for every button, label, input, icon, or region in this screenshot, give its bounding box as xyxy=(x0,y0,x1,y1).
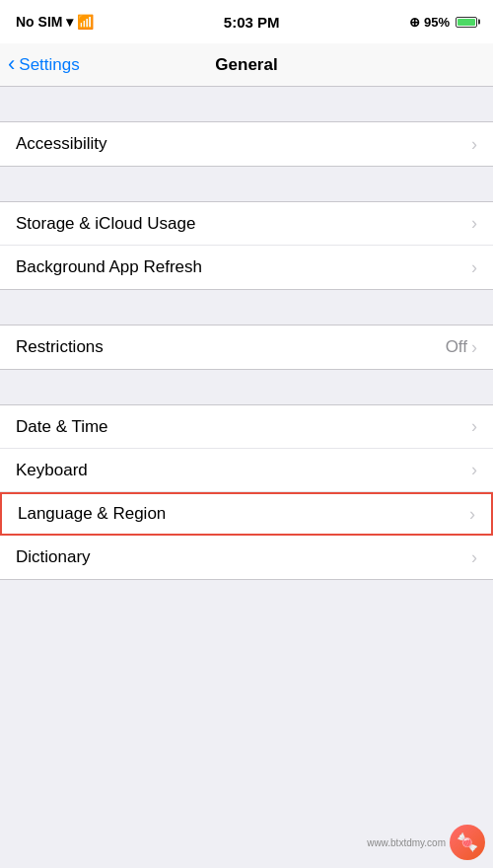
list-item[interactable]: Date & Time › xyxy=(0,405,493,449)
settings-group-1: Accessibility › xyxy=(0,121,493,167)
status-time: 5:03 PM xyxy=(224,14,280,31)
watermark-site: www.btxtdmy.com xyxy=(367,837,446,848)
list-item[interactable]: Accessibility › xyxy=(0,122,493,166)
dictionary-label: Dictionary xyxy=(16,547,91,567)
back-label: Settings xyxy=(19,55,79,75)
status-bar: No SIM ▾ 📶 5:03 PM ⊕ 95% xyxy=(0,0,493,43)
location-icon: ⊕ xyxy=(409,15,420,30)
watermark: www.btxtdmy.com 🍬 xyxy=(367,825,485,860)
list-item[interactable]: Storage & iCloud Usage › xyxy=(0,202,493,246)
item-left: Date & Time xyxy=(16,417,471,437)
list-item[interactable]: Keyboard › xyxy=(0,449,493,492)
item-right: › xyxy=(469,504,475,525)
chevron-right-icon: › xyxy=(471,416,477,437)
section-gap-3 xyxy=(0,290,493,325)
item-left: Language & Region xyxy=(18,504,469,524)
language-region-item[interactable]: Language & Region › xyxy=(0,492,493,536)
chevron-right-icon: › xyxy=(471,257,477,278)
item-left: Restrictions xyxy=(16,337,446,357)
item-left: Background App Refresh xyxy=(16,257,471,277)
chevron-right-icon: › xyxy=(469,504,475,525)
restrictions-label: Restrictions xyxy=(16,337,104,357)
settings-group-2: Storage & iCloud Usage › Background App … xyxy=(0,201,493,290)
chevron-right-icon: › xyxy=(471,134,477,155)
item-left: Storage & iCloud Usage xyxy=(16,214,471,234)
item-right: › xyxy=(471,257,477,278)
restrictions-value: Off xyxy=(446,337,467,357)
chevron-right-icon: › xyxy=(471,460,477,480)
item-left: Keyboard xyxy=(16,461,471,480)
settings-group-4: Date & Time › Keyboard › Language & Regi… xyxy=(0,404,493,580)
status-right: ⊕ 95% xyxy=(409,15,477,30)
item-right: Off › xyxy=(446,337,477,358)
accessibility-label: Accessibility xyxy=(16,134,107,154)
language-label: Language & Region xyxy=(18,504,166,524)
battery-fill xyxy=(458,19,475,26)
back-button[interactable]: ‹ Settings xyxy=(8,54,80,75)
section-gap-1 xyxy=(0,87,493,121)
item-right: › xyxy=(471,416,477,437)
nav-title: General xyxy=(215,55,277,75)
settings-content: Accessibility › Storage & iCloud Usage ›… xyxy=(0,87,493,615)
nav-bar: ‹ Settings General xyxy=(0,43,493,87)
signal-icon: ▾ xyxy=(66,14,73,30)
list-item[interactable]: Dictionary › xyxy=(0,536,493,579)
section-gap-4 xyxy=(0,370,493,404)
watermark-emoji: 🍬 xyxy=(457,832,478,853)
item-right: › xyxy=(471,547,477,568)
carrier-label: No SIM xyxy=(16,14,62,30)
section-gap-2 xyxy=(0,167,493,201)
back-chevron-icon: ‹ xyxy=(8,53,15,75)
chevron-right-icon: › xyxy=(471,337,477,358)
item-right: › xyxy=(471,134,477,155)
wifi-icon: 📶 xyxy=(77,14,94,30)
list-item[interactable]: Restrictions Off › xyxy=(0,326,493,369)
battery-icon xyxy=(456,17,477,28)
storage-label: Storage & iCloud Usage xyxy=(16,214,195,234)
chevron-right-icon: › xyxy=(471,547,477,568)
list-item[interactable]: Background App Refresh › xyxy=(0,246,493,289)
item-right: › xyxy=(471,213,477,234)
chevron-right-icon: › xyxy=(471,213,477,234)
background-label: Background App Refresh xyxy=(16,257,202,277)
battery-percentage: 95% xyxy=(424,15,450,30)
section-gap-5 xyxy=(0,580,493,615)
item-right: › xyxy=(471,460,477,480)
status-left: No SIM ▾ 📶 xyxy=(16,14,94,30)
watermark-logo: 🍬 xyxy=(450,825,485,860)
datetime-label: Date & Time xyxy=(16,417,108,437)
item-left: Dictionary xyxy=(16,547,471,567)
keyboard-label: Keyboard xyxy=(16,461,88,480)
item-left: Accessibility xyxy=(16,134,471,154)
settings-group-3: Restrictions Off › xyxy=(0,325,493,370)
